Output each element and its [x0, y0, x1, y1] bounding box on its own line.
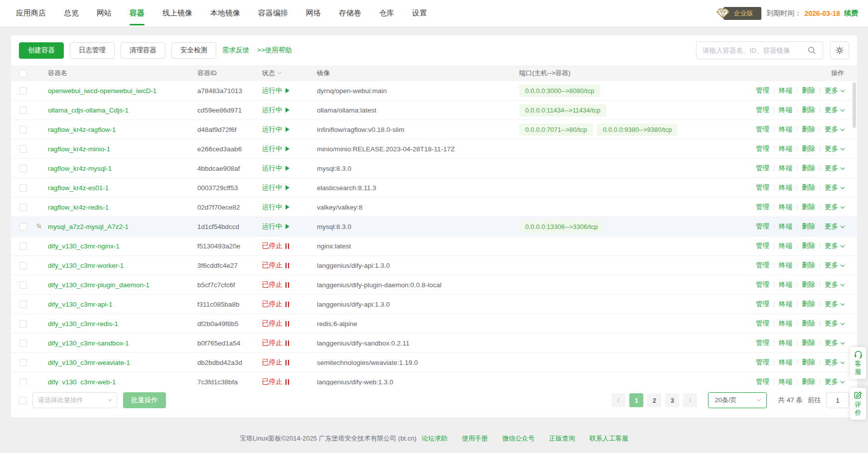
action-more[interactable]: 更多 [825, 280, 844, 289]
action-terminal[interactable]: 终端 [779, 183, 792, 192]
action-terminal[interactable]: 终端 [779, 280, 792, 289]
nav-item-5[interactable]: 线上镜像 [153, 0, 201, 26]
search-button[interactable] [801, 42, 823, 59]
action-delete[interactable]: 删除 [802, 164, 815, 173]
action-more[interactable]: 更多 [825, 222, 844, 231]
feedback-link[interactable]: 需求反馈 [222, 46, 249, 55]
row-checkbox[interactable] [19, 107, 27, 114]
action-delete[interactable]: 删除 [802, 86, 815, 95]
action-more[interactable]: 更多 [825, 261, 844, 270]
action-terminal[interactable]: 终端 [779, 106, 792, 114]
container-name-link[interactable]: ragflow_kr4z-redis-1 [48, 204, 109, 211]
action-terminal[interactable]: 终端 [779, 164, 792, 173]
row-checkbox[interactable] [19, 87, 27, 95]
container-name-link[interactable]: dify_v130_c3mr-web-1 [48, 378, 116, 386]
toolbar-button-1[interactable]: 日志管理 [70, 42, 115, 59]
action-manage[interactable]: 管理 [756, 125, 769, 134]
container-name-link[interactable]: dify_v130_c3mr-weaviate-1 [48, 359, 130, 366]
action-more[interactable]: 更多 [825, 358, 844, 367]
select-all-checkbox[interactable] [19, 70, 27, 77]
action-delete[interactable]: 删除 [802, 300, 815, 309]
container-name-link[interactable]: ragflow_kr4z-ragflow-1 [48, 126, 116, 133]
nav-item-4[interactable]: 容器 [121, 0, 153, 26]
batch-operation-select[interactable]: 请选择批量操作 [32, 392, 117, 408]
row-checkbox[interactable] [19, 281, 27, 289]
prev-page-button[interactable] [611, 393, 625, 407]
settings-button[interactable] [830, 41, 849, 59]
page-button-2[interactable]: 2 [647, 393, 661, 407]
container-name-link[interactable]: dify_v130_c3mr-nginx-1 [48, 242, 120, 250]
goto-page-input[interactable] [826, 392, 849, 408]
action-terminal[interactable]: 终端 [779, 339, 792, 347]
action-delete[interactable]: 删除 [802, 280, 815, 289]
nav-item-7[interactable]: 容器编排 [249, 0, 297, 26]
action-terminal[interactable]: 终端 [779, 319, 792, 328]
row-checkbox[interactable] [19, 359, 27, 366]
action-more[interactable]: 更多 [825, 106, 844, 114]
customer-service-widget[interactable]: 客服 [850, 347, 866, 379]
action-manage[interactable]: 管理 [756, 300, 769, 309]
row-checkbox[interactable] [19, 165, 27, 172]
action-more[interactable]: 更多 [825, 377, 844, 385]
page-size-select[interactable]: 20条/页 [708, 392, 767, 408]
footer-link-5[interactable]: 联系人工客服 [589, 434, 628, 443]
row-checkbox[interactable] [19, 145, 27, 153]
action-delete[interactable]: 删除 [802, 144, 815, 153]
row-checkbox[interactable] [19, 320, 27, 328]
row-checkbox[interactable] [19, 301, 27, 308]
page-button-3[interactable]: 3 [665, 393, 679, 407]
footer-link-1[interactable]: 论坛求助 [422, 434, 447, 443]
container-name-link[interactable]: ollama_cdjs-ollama_Cdjs-1 [48, 107, 129, 114]
action-delete[interactable]: 删除 [802, 377, 815, 385]
action-manage[interactable]: 管理 [756, 222, 769, 231]
action-manage[interactable]: 管理 [756, 319, 769, 328]
action-manage[interactable]: 管理 [756, 106, 769, 114]
container-name-link[interactable]: ragflow_kr4z-minio-1 [48, 145, 110, 153]
action-terminal[interactable]: 终端 [779, 300, 792, 309]
nav-item-2[interactable]: 总览 [55, 0, 88, 26]
action-delete[interactable]: 删除 [802, 261, 815, 270]
action-delete[interactable]: 删除 [802, 203, 815, 212]
create-container-button[interactable]: 创建容器 [19, 42, 64, 59]
action-more[interactable]: 更多 [825, 319, 844, 328]
action-manage[interactable]: 管理 [756, 241, 769, 250]
action-delete[interactable]: 删除 [802, 241, 815, 250]
action-manage[interactable]: 管理 [756, 358, 769, 367]
renew-link[interactable]: 续费 [844, 9, 858, 18]
nav-item-1[interactable]: 应用商店 [7, 0, 55, 26]
container-name-link[interactable]: openwebui_iwcd-openwebui_iwcD-1 [48, 87, 156, 95]
action-more[interactable]: 更多 [825, 203, 844, 212]
container-name-link[interactable]: dify_v130_c3mr-worker-1 [48, 262, 124, 269]
action-manage[interactable]: 管理 [756, 261, 769, 270]
action-terminal[interactable]: 终端 [779, 261, 792, 270]
action-delete[interactable]: 删除 [802, 183, 815, 192]
footer-link-4[interactable]: 正版查询 [549, 434, 575, 443]
action-terminal[interactable]: 终端 [779, 125, 792, 134]
row-checkbox[interactable] [19, 184, 27, 192]
row-checkbox[interactable] [19, 378, 27, 386]
footer-link-3[interactable]: 微信公众号 [502, 434, 535, 443]
container-name-link[interactable]: dify_v130_c3mr-sandbox-1 [48, 340, 129, 347]
container-name-link[interactable]: dify_v130_c3mr-api-1 [48, 301, 113, 308]
nav-item-9[interactable]: 存储卷 [330, 0, 370, 26]
row-checkbox[interactable] [19, 126, 27, 133]
action-manage[interactable]: 管理 [756, 339, 769, 347]
container-name-link[interactable]: mysql_a7z2-mysql_A7z2-1 [48, 223, 129, 230]
action-delete[interactable]: 删除 [802, 106, 815, 114]
nav-item-10[interactable]: 仓库 [370, 0, 403, 26]
header-status[interactable]: 状态 [262, 69, 317, 78]
action-delete[interactable]: 删除 [802, 222, 815, 231]
action-manage[interactable]: 管理 [756, 203, 769, 212]
action-terminal[interactable]: 终端 [779, 222, 792, 231]
nav-item-6[interactable]: 本地镜像 [201, 0, 249, 26]
footer-link-2[interactable]: 使用手册 [462, 434, 488, 443]
review-widget[interactable]: 评价 [850, 388, 866, 420]
row-checkbox[interactable] [19, 204, 27, 211]
toolbar-button-2[interactable]: 清理容器 [121, 42, 165, 59]
row-checkbox[interactable] [19, 242, 27, 250]
container-name-link[interactable]: ragflow_kr4z-es01-1 [48, 184, 109, 192]
nav-item-11[interactable]: 设置 [403, 0, 436, 26]
action-more[interactable]: 更多 [825, 164, 844, 173]
container-name-link[interactable]: dify_v130_c3mr-plugin_daemon-1 [48, 281, 149, 289]
action-more[interactable]: 更多 [825, 144, 844, 153]
